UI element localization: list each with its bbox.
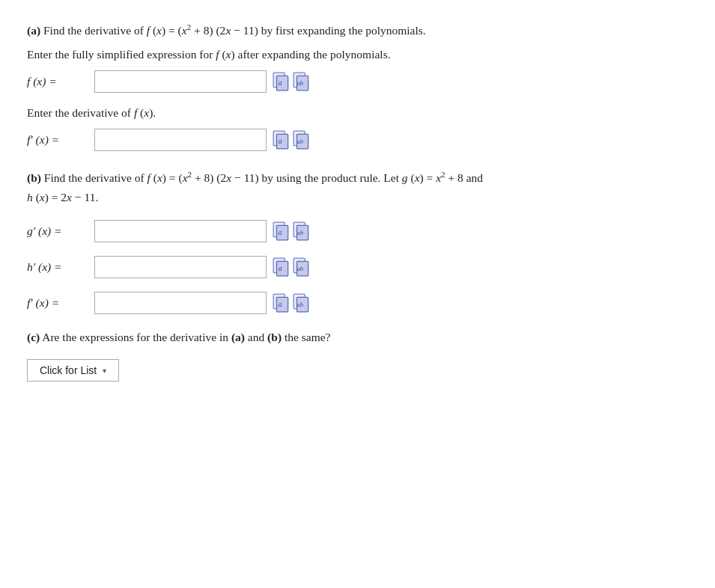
fp-b-math-icon-2[interactable]: ab xyxy=(293,293,311,313)
fx-math-icon-1[interactable]: a xyxy=(273,72,290,91)
hp-input-row: h′ (x) = a ab xyxy=(27,256,688,278)
fp-instruction: Enter the derivative of f (x). xyxy=(27,106,688,120)
fx-icon-pair: a ab xyxy=(273,72,311,91)
gp-math-icon-2[interactable]: ab xyxy=(293,221,311,241)
hp-math-icon-1[interactable]: a xyxy=(273,257,290,277)
svg-text:ab: ab xyxy=(297,138,304,145)
svg-text:ab: ab xyxy=(297,266,304,273)
fx-math-icon-2[interactable]: ab xyxy=(293,72,311,91)
part-b-label: (b) xyxy=(27,171,41,184)
svg-text:a: a xyxy=(279,265,282,273)
fp-input-row: f′ (x) = a ab xyxy=(27,129,688,151)
fp-b-input[interactable] xyxy=(94,292,267,314)
part-a-problem: (a) Find the derivative of f (x) = (x2 +… xyxy=(27,21,688,40)
fx-input-row: f (x) = a ab xyxy=(27,70,688,93)
fp-math-icon-2[interactable]: ab xyxy=(293,130,311,150)
part-c-problem: (c) Are the expressions for the derivati… xyxy=(27,331,688,344)
fp-b-math-icon-1[interactable]: a xyxy=(273,293,290,313)
hp-label: h′ (x) = xyxy=(27,260,94,274)
fp-b-label: f′ (x) = xyxy=(27,296,94,310)
gp-label: g′ (x) = xyxy=(27,224,94,238)
part-a-section: (a) Find the derivative of f (x) = (x2 +… xyxy=(27,21,688,151)
click-for-list-button[interactable]: Click for List ▾ xyxy=(27,359,119,382)
part-c-text: Are the expressions for the derivative i… xyxy=(42,331,330,343)
part-a-sub-instruction: Enter the fully simplified expression fo… xyxy=(27,48,688,61)
svg-text:ab: ab xyxy=(297,230,304,237)
fp-math-icon-1[interactable]: a xyxy=(273,130,290,150)
fp-label: f′ (x) = xyxy=(27,133,94,147)
part-a-text: Find the derivative of f (x) = (x2 + 8) … xyxy=(43,24,426,37)
gp-input[interactable] xyxy=(94,220,267,242)
part-c-section: (c) Are the expressions for the derivati… xyxy=(27,331,688,382)
fp-input[interactable] xyxy=(94,129,267,151)
part-b-text2: h (x) = 2x − 11. xyxy=(27,191,98,203)
part-c-label: (c) xyxy=(27,331,40,343)
dropdown-arrow-icon: ▾ xyxy=(103,367,106,375)
gp-input-row: g′ (x) = a ab xyxy=(27,220,688,242)
part-b-text: Find the derivative of f (x) = (x2 + 8) … xyxy=(44,171,483,184)
fx-input[interactable] xyxy=(94,70,267,93)
fp-icon-pair: a ab xyxy=(273,130,311,150)
svg-text:a: a xyxy=(279,229,282,237)
fp-b-input-row: f′ (x) = a ab xyxy=(27,292,688,314)
fp-b-icon-pair: a ab xyxy=(273,293,311,313)
part-b-section: (b) Find the derivative of f (x) = (x2 +… xyxy=(27,168,688,314)
svg-text:ab: ab xyxy=(297,301,304,309)
part-b-problem: (b) Find the derivative of f (x) = (x2 +… xyxy=(27,168,688,206)
part-a-label: (a) xyxy=(27,24,40,37)
hp-math-icon-2[interactable]: ab xyxy=(293,257,311,277)
svg-text:a: a xyxy=(279,137,282,145)
svg-text:a: a xyxy=(279,79,282,87)
svg-text:a: a xyxy=(279,301,282,309)
gp-math-icon-1[interactable]: a xyxy=(273,221,290,241)
hp-icon-pair: a ab xyxy=(273,257,311,277)
fx-label: f (x) = xyxy=(27,75,94,88)
click-for-list-label: Click for List xyxy=(40,364,97,376)
hp-input[interactable] xyxy=(94,256,267,278)
svg-text:ab: ab xyxy=(297,79,304,87)
gp-icon-pair: a ab xyxy=(273,221,311,241)
